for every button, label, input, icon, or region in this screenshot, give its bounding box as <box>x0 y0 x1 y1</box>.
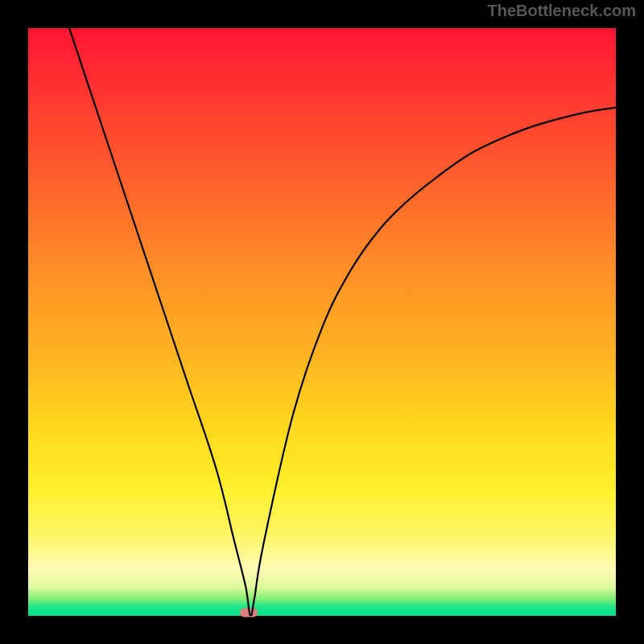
watermark-text: TheBottleneck.com <box>488 2 636 20</box>
curve-svg <box>28 28 616 616</box>
plot-area <box>28 28 616 616</box>
chart-frame: TheBottleneck.com <box>0 0 644 644</box>
bottleneck-curve-path <box>69 28 616 616</box>
